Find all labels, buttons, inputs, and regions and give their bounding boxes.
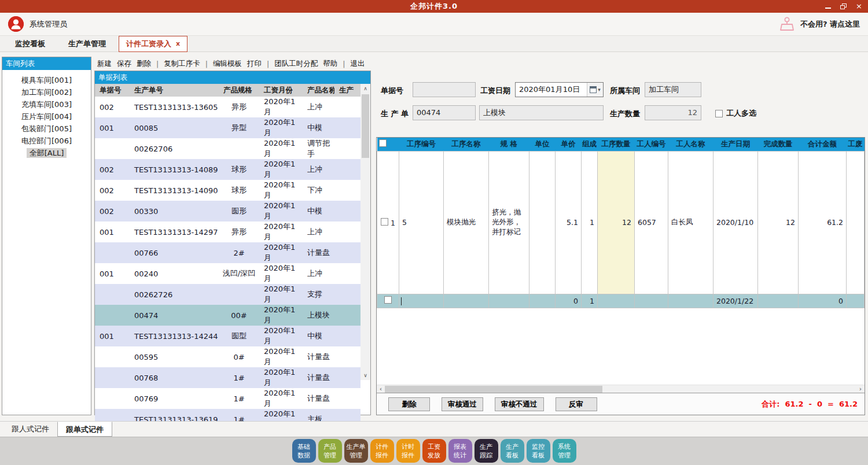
- dock-module-tile[interactable]: 生产 跟踪: [475, 439, 498, 463]
- process-row[interactable]: 1 5 模块抛光 挤光，抛光外形，并打标记 5.1 1 12 6057 白长凤 …: [377, 151, 865, 294]
- close-button[interactable]: ×: [856, 0, 862, 13]
- column-header[interactable]: 工人名称: [668, 138, 713, 151]
- document-row[interactable]: 002 TEST13131313-14090 球形 2020年1月 下冲: [95, 180, 361, 201]
- column-header[interactable]: 工人编号: [635, 138, 668, 151]
- toolbar-item[interactable]: |: [205, 60, 208, 68]
- process-row-new[interactable]: 0 1 2020/1/22 0: [377, 294, 865, 308]
- column-header-wage-month[interactable]: 工资月份: [259, 84, 303, 97]
- document-row[interactable]: 00766 2# 2020年1月 计量盘: [95, 242, 361, 263]
- dock-module-tile[interactable]: 系统 管理: [553, 439, 576, 463]
- column-header-production[interactable]: 生产: [334, 84, 361, 97]
- column-header[interactable]: 工序数量: [598, 138, 635, 151]
- column-header-spec[interactable]: 产品规格: [219, 84, 259, 97]
- toolbar-item[interactable]: 退出: [350, 59, 365, 69]
- workshop-item[interactable]: 充填车间[003]: [2, 98, 91, 110]
- document-row[interactable]: 002 00330 圆形 2020年1月 中模: [95, 201, 361, 222]
- column-header[interactable]: 工废: [847, 138, 865, 151]
- workshop-field[interactable]: 加工车间: [645, 82, 701, 97]
- toolbar-item[interactable]: 团队工时分配: [274, 59, 318, 69]
- column-header[interactable]: 工序名称: [444, 138, 489, 151]
- document-row[interactable]: 001 00240 浅凹/深凹 2020年1月 上冲: [95, 263, 361, 284]
- document-row[interactable]: 002 TEST13131313-13605 异形 2020年1月 上冲: [95, 97, 361, 117]
- document-row[interactable]: 00262706 2020年1月 调节把手: [95, 138, 361, 159]
- dock-module-tile[interactable]: 工资 发放: [422, 439, 446, 463]
- date-picker-button[interactable]: ▾: [587, 83, 603, 97]
- dock-module-tile[interactable]: 基础 数据: [292, 439, 316, 463]
- document-vertical-scrollbar[interactable]: ∧ ∨: [361, 84, 370, 380]
- prod-qty-field[interactable]: 12: [645, 105, 701, 120]
- row-checkbox[interactable]: [381, 218, 388, 226]
- dock-module-tile[interactable]: 监控 看板: [527, 439, 550, 463]
- column-header-order-no[interactable]: 生产单号: [130, 84, 219, 97]
- column-header[interactable]: 完成数量: [758, 138, 799, 151]
- tab-monitor-board[interactable]: 监控看板: [5, 36, 56, 51]
- wage-date-field[interactable]: 2020年01月10日 ▾: [515, 82, 604, 97]
- minimize-button[interactable]: [825, 4, 831, 9]
- document-row[interactable]: 00474 00# 2020年1月 上模块: [95, 305, 361, 326]
- restore-button[interactable]: [840, 3, 847, 9]
- toolbar-item[interactable]: |: [343, 60, 345, 68]
- row-checkbox[interactable]: [384, 296, 392, 304]
- workshop-item[interactable]: 模具车间[001]: [2, 74, 91, 86]
- dock-module-tile[interactable]: 计件 报件: [370, 439, 394, 463]
- document-row[interactable]: 001 TEST13131313-14297 异形 2020年1月 上冲: [95, 222, 361, 242]
- workshop-item[interactable]: 压片车间[004]: [2, 110, 91, 123]
- dock-module-tile[interactable]: 产品 管理: [318, 439, 342, 463]
- workshop-item[interactable]: 加工车间[002]: [2, 86, 91, 98]
- document-row[interactable]: 00769 1# 2020年1月 计量盘: [95, 388, 361, 409]
- toolbar-item[interactable]: |: [156, 60, 159, 68]
- dock-module-tile[interactable]: 生产 看板: [501, 439, 524, 463]
- action-button[interactable]: 删除: [388, 397, 430, 411]
- prod-order-no-field[interactable]: 00474: [413, 105, 476, 120]
- process-horizontal-scrollbar[interactable]: ‹ ›: [377, 385, 865, 393]
- toolbar-item[interactable]: 保存: [117, 59, 131, 69]
- dock-module-tile[interactable]: 计时 报件: [396, 439, 420, 463]
- action-button[interactable]: 审核通过: [442, 397, 483, 411]
- scroll-left-icon[interactable]: ‹: [377, 385, 385, 393]
- help-link[interactable]: 不会用? 请点这里: [778, 16, 860, 32]
- dock-module-tile[interactable]: 生产单 管理: [344, 439, 368, 463]
- scroll-right-icon[interactable]: ›: [856, 385, 865, 393]
- column-header[interactable]: 生产日期: [713, 138, 758, 151]
- document-row[interactable]: 00595 0# 2020年1月 计量盘: [95, 346, 361, 367]
- workshop-item[interactable]: 包装部门[005]: [2, 123, 91, 135]
- toolbar-item[interactable]: 删除: [137, 59, 151, 69]
- dock-module-tile[interactable]: 报表 统计: [448, 439, 472, 463]
- toolbar-item[interactable]: 帮助: [323, 59, 337, 69]
- tab-close-icon[interactable]: x: [176, 40, 180, 47]
- toolbar-item[interactable]: 打印: [247, 59, 262, 69]
- toolbar-item[interactable]: 新建: [97, 59, 112, 69]
- column-header-product[interactable]: 产品名称: [303, 84, 334, 97]
- doc-no-field[interactable]: [413, 82, 476, 97]
- column-header[interactable]: 规 格: [489, 138, 529, 151]
- scroll-up-icon[interactable]: ∧: [361, 84, 370, 93]
- select-all-checkbox[interactable]: [379, 139, 387, 147]
- document-row[interactable]: 00262726 2020年1月 支撑: [95, 284, 361, 305]
- column-header-doc-no[interactable]: 单据号: [95, 84, 130, 97]
- column-header[interactable]: 单价: [556, 138, 582, 151]
- multi-worker-checkbox[interactable]: 工人多选: [715, 108, 756, 119]
- toolbar-item[interactable]: 编辑模板: [213, 59, 242, 69]
- scroll-down-icon[interactable]: ∨: [361, 371, 370, 380]
- document-row[interactable]: 00768 1# 2020年1月 计量盘: [95, 367, 361, 388]
- document-row[interactable]: 001 TEST13131313-14244 圆型 2020年1月 中模: [95, 326, 361, 346]
- column-header[interactable]: 组成: [582, 138, 598, 151]
- tab-piecework-wage-entry[interactable]: 计件工资录入 x: [119, 36, 187, 52]
- column-header[interactable]: 合计金额: [799, 138, 847, 151]
- tab-by-worker[interactable]: 跟人式记件: [3, 422, 57, 437]
- workshop-item[interactable]: 全部[ALL]: [2, 147, 91, 159]
- product-name-field[interactable]: 上模块: [479, 105, 604, 120]
- action-button[interactable]: 反审: [556, 397, 597, 411]
- edit-cell[interactable]: [399, 294, 444, 308]
- column-header[interactable]: 单位: [529, 138, 556, 151]
- document-row[interactable]: 002 TEST13131313-14089 球形 2020年1月 上冲: [95, 159, 361, 180]
- column-header[interactable]: 工序编号: [399, 138, 444, 151]
- scrollbar-thumb[interactable]: [385, 386, 602, 393]
- tab-by-order[interactable]: 跟单式记件: [57, 422, 112, 437]
- action-button[interactable]: 审核不通过: [495, 397, 544, 411]
- workshop-item[interactable]: 电控部门[006]: [2, 135, 91, 147]
- toolbar-item[interactable]: |: [267, 60, 269, 68]
- toolbar-item[interactable]: 复制工序卡: [164, 59, 200, 69]
- tab-production-orders[interactable]: 生产单管理: [58, 36, 116, 51]
- document-row[interactable]: 001 00085 异型 2020年1月 中模: [95, 117, 361, 138]
